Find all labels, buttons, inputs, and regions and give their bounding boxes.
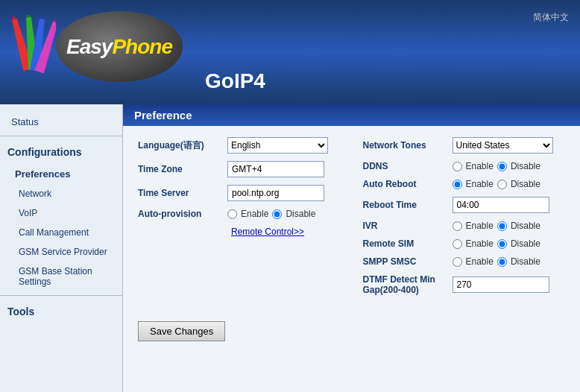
smppsmsc-label: SMPP SMSC <box>363 256 453 267</box>
sidebar-item-gsm-service-provider[interactable]: GSM Service Provider <box>0 242 122 262</box>
smppsmsc-row: SMPP SMSC Enable Disable <box>363 256 566 267</box>
right-section: Network Tones United States United Kingd… <box>363 137 566 303</box>
autoprovision-radio-group: Enable Disable <box>227 209 315 219</box>
language-label: Language(语言) <box>138 139 227 152</box>
ivr-disable-radio[interactable] <box>497 221 507 231</box>
smppsmsc-radio-group: Enable Disable <box>453 256 540 267</box>
ivr-enable-label: Enable <box>466 221 494 231</box>
save-changes-button[interactable]: Save Changes <box>138 321 225 341</box>
timezone-row: Time Zone <box>138 161 341 177</box>
ddns-row: DDNS Enable Disable <box>363 161 566 171</box>
reboottime-row: Reboot Time <box>363 197 566 213</box>
ivr-row: IVR Enable Disable <box>363 221 566 231</box>
content-area: Preference Language(语言) English Chinese … <box>123 104 580 392</box>
reboottime-input[interactable] <box>453 197 549 213</box>
ddns-disable-label: Disable <box>511 161 540 171</box>
remotesim-label: Remote SIM <box>363 238 453 249</box>
timeserver-input[interactable] <box>227 185 324 201</box>
networktones-label: Network Tones <box>363 140 453 151</box>
networktones-row: Network Tones United States United Kingd… <box>363 137 566 154</box>
remotesim-enable-radio[interactable] <box>453 239 462 249</box>
ddns-radio-group: Enable Disable <box>453 161 540 171</box>
sidebar-item-status[interactable]: Status <box>0 112 122 132</box>
autoreboot-disable-radio[interactable] <box>497 180 507 189</box>
ddns-disable-radio[interactable] <box>497 162 507 171</box>
sidebar-divider-2 <box>0 295 122 296</box>
save-section: Save Changes <box>123 314 580 349</box>
timezone-label: Time Zone <box>138 164 227 174</box>
remotesim-radio-group: Enable Disable <box>453 238 540 249</box>
page-title: GoIP4 <box>205 69 265 97</box>
preference-form: Language(语言) English Chinese Time Zone T… <box>123 126 580 314</box>
sidebar-divider-1 <box>0 136 122 136</box>
smppsmsc-enable-radio[interactable] <box>453 257 462 267</box>
autoprovision-label: Auto-provision <box>138 209 227 219</box>
sidebar-item-gsm-base-station[interactable]: GSM Base Station Settings <box>0 262 122 291</box>
remotesim-row: Remote SIM Enable Disable <box>363 238 566 249</box>
autoreboot-label: Auto Reboot <box>363 179 453 189</box>
reboottime-label: Reboot Time <box>363 200 453 210</box>
autoprovision-enable-label: Enable <box>241 209 268 219</box>
autoprovision-row: Auto-provision Enable Disable <box>138 209 341 219</box>
ivr-radio-group: Enable Disable <box>453 221 540 231</box>
logo-pencils-icon <box>7 15 56 78</box>
autoreboot-row: Auto Reboot Enable Disable <box>363 179 566 189</box>
autoprovision-disable-radio[interactable] <box>272 209 282 219</box>
timezone-input[interactable] <box>227 161 324 177</box>
remote-control-link[interactable]: Remote Control>> <box>231 227 304 237</box>
ivr-disable-label: Disable <box>511 221 540 231</box>
sidebar: Status Configurations Preferences Networ… <box>0 104 123 392</box>
logo-circle: Easy Phone <box>56 11 183 82</box>
autoprovision-disable-label: Disable <box>286 209 315 219</box>
autoreboot-enable-radio[interactable] <box>453 180 462 189</box>
sidebar-item-network[interactable]: Network <box>0 184 122 203</box>
remote-control-row: Remote Control>> <box>138 227 341 237</box>
timeserver-label: Time Server <box>138 188 227 198</box>
sidebar-item-call-management[interactable]: Call Management <box>0 223 122 242</box>
sidebar-item-preferences[interactable]: Preferences <box>0 164 122 184</box>
remotesim-enable-label: Enable <box>466 238 494 249</box>
networktones-select[interactable]: United States United Kingdom Australia <box>453 137 553 154</box>
smppsmsc-disable-radio[interactable] <box>497 257 507 267</box>
smppsmsc-enable-label: Enable <box>466 256 494 267</box>
dtmf-input[interactable] <box>453 276 549 293</box>
dtmf-row: DTMF Detect Min Gap(200-400) <box>363 274 566 295</box>
language-row: Language(语言) English Chinese <box>138 137 341 154</box>
content-header: Preference <box>123 104 580 126</box>
ivr-label: IVR <box>363 221 453 231</box>
ddns-enable-radio[interactable] <box>453 162 462 171</box>
page-header: Easy Phone GoIP4 简体中文 <box>0 0 580 104</box>
remotesim-disable-label: Disable <box>511 238 540 249</box>
logo-area: Easy Phone <box>0 0 190 97</box>
timeserver-row: Time Server <box>138 185 341 201</box>
sidebar-item-voip[interactable]: VoIP <box>0 203 122 223</box>
left-section: Language(语言) English Chinese Time Zone T… <box>138 137 341 303</box>
autoprovision-enable-radio[interactable] <box>227 209 237 219</box>
dtmf-label: DTMF Detect Min Gap(200-400) <box>363 274 453 295</box>
sidebar-item-configurations[interactable]: Configurations <box>0 140 122 164</box>
logo-phone-text: Phone <box>112 35 172 59</box>
language-toggle[interactable]: 简体中文 <box>533 11 569 24</box>
autoreboot-enable-label: Enable <box>466 179 494 189</box>
ivr-enable-radio[interactable] <box>453 221 462 231</box>
autoreboot-radio-group: Enable Disable <box>453 179 540 189</box>
ddns-enable-label: Enable <box>466 161 494 171</box>
autoreboot-disable-label: Disable <box>511 179 540 189</box>
remotesim-disable-radio[interactable] <box>497 239 507 249</box>
ddns-label: DDNS <box>363 161 453 171</box>
main-layout: Status Configurations Preferences Networ… <box>0 104 580 392</box>
svg-marker-5 <box>40 15 45 19</box>
smppsmsc-disable-label: Disable <box>511 256 540 267</box>
language-select[interactable]: English Chinese <box>227 137 328 154</box>
logo-easy-text: Easy <box>66 35 112 59</box>
sidebar-item-tools[interactable]: Tools <box>0 300 122 323</box>
